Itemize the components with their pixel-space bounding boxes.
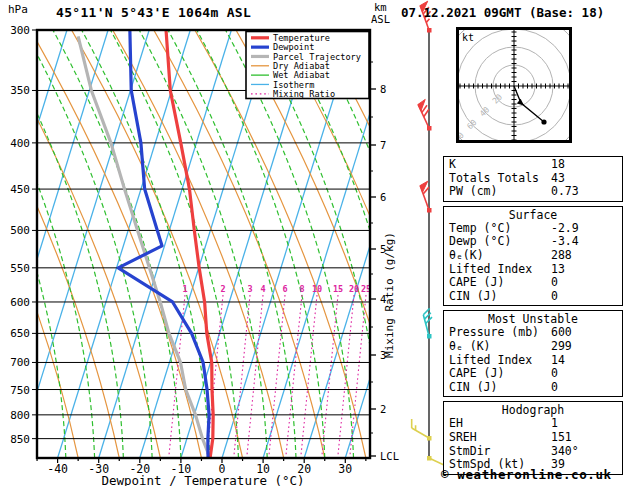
row-label: StmDir xyxy=(449,445,551,459)
row-value: 1 xyxy=(551,417,622,431)
mixing-ratio-value: 8 xyxy=(299,284,304,294)
hodograph: 20406080kt xyxy=(456,27,574,145)
altitude-axis-label: ASL xyxy=(371,13,390,25)
table-row: StmDir340° xyxy=(444,445,622,459)
row-label: EH xyxy=(449,417,551,431)
row-label: Pressure (mb) xyxy=(449,326,551,340)
row-label: Totals Totals xyxy=(449,172,551,186)
row-label: K xyxy=(449,158,551,172)
row-label: CAPE (J) xyxy=(449,367,551,381)
table-row: CIN (J)0 xyxy=(444,381,622,395)
row-label: Temp (°C) xyxy=(449,222,551,236)
row-value: 0 xyxy=(551,381,622,395)
row-label: PW (cm) xyxy=(449,185,551,199)
mixing-ratio-value: 20 xyxy=(349,284,359,294)
table-row: CAPE (J)0 xyxy=(444,367,622,381)
pressure-tick-label: 550 xyxy=(10,262,30,275)
lcl-label: LCL xyxy=(380,450,399,462)
row-value: 151 xyxy=(551,431,622,445)
row-label: Lifted Index xyxy=(449,354,551,368)
surface-table: Surface Temp (°C)-2.9 Dewp (°C)-3.4 θₑ(K… xyxy=(443,206,623,307)
mixing-ratio-value: 15 xyxy=(333,284,343,294)
datetime-title: 07.12.2021 09GMT (Base: 18) xyxy=(401,5,604,20)
hodograph-endpoint xyxy=(541,119,546,124)
table-title: Surface xyxy=(444,208,622,222)
table-row: EH1 xyxy=(444,417,622,431)
most-unstable-table: Most Unstable Pressure (mb)600 θₑ (K)299… xyxy=(443,310,623,397)
table-row: CIN (J)0 xyxy=(444,290,622,304)
row-value: -2.9 xyxy=(551,222,622,236)
pressure-tick-label: 350 xyxy=(10,84,30,97)
skewt-chart: 1234681015202530035040045050055060065070… xyxy=(0,0,456,486)
pressure-tick-label: 650 xyxy=(10,327,30,340)
stats-panel: K18 Totals Totals43 PW (cm)0.73 Surface … xyxy=(443,156,623,479)
temp-tick-label: 30 xyxy=(338,462,352,476)
row-value: 0.73 xyxy=(551,185,622,199)
pressure-tick-label: 400 xyxy=(10,137,30,150)
legend: TemperatureDewpointParcel TrajectoryDry … xyxy=(246,32,369,99)
pressure-tick-label: 700 xyxy=(10,356,30,369)
copyright: © weatheronline.co.uk xyxy=(441,467,612,482)
wind-barb xyxy=(423,308,432,338)
table-row: θₑ (K)299 xyxy=(444,340,622,354)
row-label: θₑ(K) xyxy=(449,249,551,263)
hodograph-unit-label: kt xyxy=(462,32,474,43)
row-value: 299 xyxy=(551,340,622,354)
legend-label: Mixing Ratio xyxy=(273,89,335,99)
altitude-tick-label: 6 xyxy=(380,191,386,203)
station-title: 45°11'N 5°43'E 1064m ASL xyxy=(56,5,251,20)
indices-table: K18 Totals Totals43 PW (cm)0.73 xyxy=(443,156,623,202)
temp-tick-label: -40 xyxy=(47,462,68,476)
row-label: Dewp (°C) xyxy=(449,235,551,249)
pressure-tick-label: 300 xyxy=(10,24,30,37)
row-label: Lifted Index xyxy=(449,263,551,277)
temp-axis-label: Dewpoint / Temperature (°C) xyxy=(101,473,304,486)
table-row: SREH151 xyxy=(444,431,622,445)
mixing-ratio-value: 6 xyxy=(282,284,287,294)
table-row: CAPE (J)0 xyxy=(444,276,622,290)
table-row: Lifted Index13 xyxy=(444,263,622,277)
temp-axis: -40-30-20-100102030Dewpoint / Temperatur… xyxy=(37,458,366,486)
table-row: Lifted Index14 xyxy=(444,354,622,368)
row-label: SREH xyxy=(449,431,551,445)
table-row: θₑ(K)288 xyxy=(444,249,622,263)
pressure-tick-label: 800 xyxy=(10,409,30,422)
altitude-axis-label: km xyxy=(374,1,387,13)
sounding-curves xyxy=(78,30,213,458)
row-value: 340° xyxy=(551,445,622,459)
table-row: Totals Totals43 xyxy=(444,172,622,186)
altitude-tick-label: 7 xyxy=(380,139,386,151)
altitude-tick-label: 2 xyxy=(380,403,386,415)
table-title: Hodograph xyxy=(444,403,622,417)
table-row: Dewp (°C)-3.4 xyxy=(444,235,622,249)
row-label: θₑ (K) xyxy=(449,340,551,354)
altitude-tick-label: 8 xyxy=(380,83,386,95)
hodograph-trace xyxy=(514,86,544,122)
row-label: CIN (J) xyxy=(449,290,551,304)
table-row: PW (cm)0.73 xyxy=(444,185,622,199)
altitude-axis: 8765432LCLkmASLMixing Ratio (g/kg) xyxy=(370,1,399,462)
row-label: CIN (J) xyxy=(449,381,551,395)
row-value: 43 xyxy=(551,172,622,186)
pressure-tick-label: 450 xyxy=(10,183,30,196)
table-title: Most Unstable xyxy=(444,312,622,326)
pressure-tick-label: 750 xyxy=(10,384,30,397)
mixing-ratio-value: 4 xyxy=(260,284,265,294)
mixing-ratio-value: 2 xyxy=(220,284,225,294)
parcel-trajectory-curve xyxy=(78,36,210,458)
row-value: 0 xyxy=(551,276,622,290)
mixing-ratio-value: 1 xyxy=(182,284,187,294)
mixing-ratio-axis-label: Mixing Ratio (g/kg) xyxy=(383,232,396,358)
hodograph-arrow xyxy=(517,99,524,106)
row-value: 14 xyxy=(551,354,622,368)
hodograph-plot: 20406080 xyxy=(456,27,574,145)
mixing-ratio-value: 3 xyxy=(247,284,252,294)
row-value: 0 xyxy=(551,290,622,304)
row-value: 13 xyxy=(551,263,622,277)
table-row: Temp (°C)-2.9 xyxy=(444,222,622,236)
hodograph-table: Hodograph EH1 SREH151 StmDir340° StmSpd … xyxy=(443,401,623,474)
pressure-tick-label: 500 xyxy=(10,224,30,237)
table-row: K18 xyxy=(444,158,622,172)
mixing-ratio-value: 10 xyxy=(312,284,322,294)
pressure-axis-label: hPa xyxy=(8,3,28,16)
